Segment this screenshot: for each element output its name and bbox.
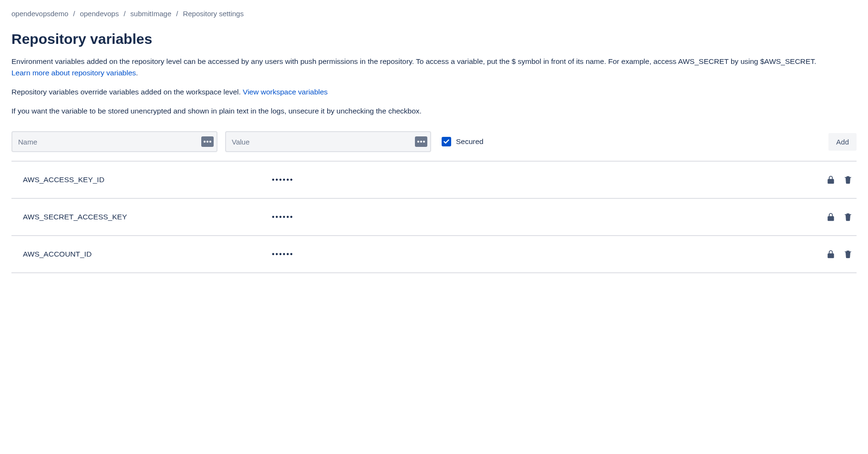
lock-icon[interactable] — [826, 249, 836, 259]
variables-list: AWS_ACCESS_KEY_ID •••••• AWS_SECRET_ACCE… — [11, 162, 857, 273]
breadcrumb-separator: / — [124, 10, 125, 18]
description-text-1: Environment variables added on the repos… — [11, 57, 816, 65]
secured-checkbox-wrap: Secured — [442, 137, 484, 146]
delete-icon[interactable] — [843, 212, 853, 222]
view-workspace-variables-link[interactable]: View workspace variables — [243, 88, 328, 96]
breadcrumb: opendevopsdemo / opendevops / submitImag… — [11, 10, 857, 18]
value-password-manager-icon[interactable] — [415, 136, 427, 147]
description-paragraph-1: Environment variables added on the repos… — [11, 56, 857, 79]
breadcrumb-repo[interactable]: submitImage — [130, 10, 171, 18]
variable-value: •••••• — [272, 175, 826, 184]
value-input[interactable] — [226, 132, 430, 151]
page-title: Repository variables — [11, 31, 857, 47]
variable-name: AWS_ACCOUNT_ID — [23, 250, 272, 258]
breadcrumb-separator: / — [73, 10, 75, 18]
variable-actions — [826, 212, 857, 222]
variable-row: AWS_ACCOUNT_ID •••••• — [11, 236, 857, 273]
description-paragraph-3: If you want the variable to be stored un… — [11, 105, 857, 117]
add-button[interactable]: Add — [828, 133, 857, 151]
name-password-manager-icon[interactable] — [201, 136, 214, 147]
variable-row: AWS_ACCESS_KEY_ID •••••• — [11, 162, 857, 199]
variable-actions — [826, 175, 857, 185]
variable-value: •••••• — [272, 250, 826, 258]
variable-actions — [826, 249, 857, 259]
breadcrumb-project[interactable]: opendevops — [80, 10, 119, 18]
breadcrumb-separator: / — [176, 10, 178, 18]
name-input[interactable] — [12, 132, 217, 151]
secured-checkbox[interactable] — [442, 137, 451, 146]
variable-row: AWS_SECRET_ACCESS_KEY •••••• — [11, 199, 857, 236]
description-paragraph-2: Repository variables override variables … — [11, 86, 857, 98]
value-input-wrap — [225, 131, 431, 152]
variable-name: AWS_ACCESS_KEY_ID — [23, 175, 272, 184]
delete-icon[interactable] — [843, 249, 853, 259]
add-variable-form: Secured Add — [11, 124, 857, 162]
name-input-wrap — [11, 131, 217, 152]
variable-value: •••••• — [272, 213, 826, 221]
variable-name: AWS_SECRET_ACCESS_KEY — [23, 213, 272, 221]
lock-icon[interactable] — [826, 175, 836, 185]
lock-icon[interactable] — [826, 212, 836, 222]
learn-more-link[interactable]: Learn more about repository variables — [11, 69, 136, 77]
delete-icon[interactable] — [843, 175, 853, 185]
description-text-2: Repository variables override variables … — [11, 88, 243, 96]
breadcrumb-section[interactable]: Repository settings — [183, 10, 244, 18]
breadcrumb-workspace[interactable]: opendevopsdemo — [11, 10, 68, 18]
secured-label: Secured — [456, 137, 484, 146]
